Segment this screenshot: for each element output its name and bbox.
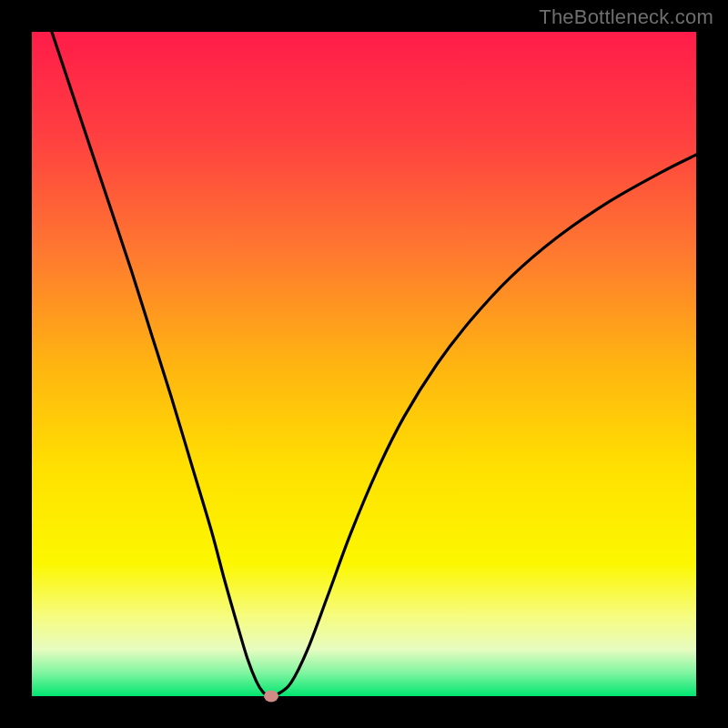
chart-frame: TheBottleneck.com bbox=[0, 0, 728, 728]
watermark-text: TheBottleneck.com bbox=[539, 5, 713, 29]
optimum-marker bbox=[264, 691, 278, 703]
bottleneck-curve bbox=[52, 32, 696, 696]
plot-area bbox=[32, 32, 696, 696]
curve-layer bbox=[32, 32, 696, 696]
